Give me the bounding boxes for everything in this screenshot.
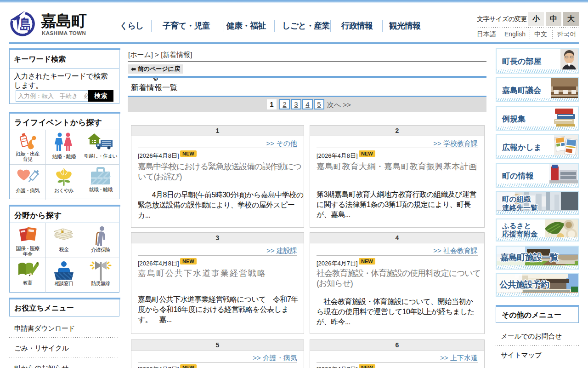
svg-text:島: 島 <box>20 17 31 34</box>
